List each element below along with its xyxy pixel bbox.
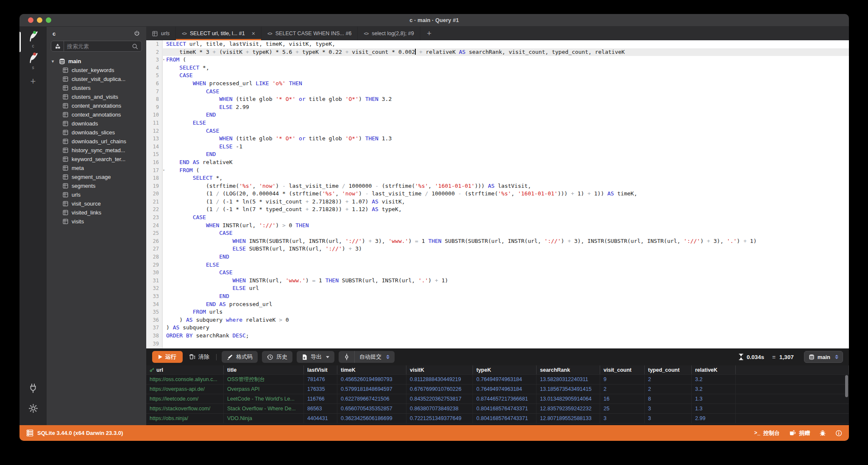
report-bug-button[interactable]: [819, 430, 826, 437]
grid-cell[interactable]: 0.622789667421506: [337, 394, 406, 404]
grid-cell[interactable]: 3.2: [692, 375, 736, 384]
zoom-window-button[interactable]: [46, 17, 51, 23]
connection-item-c[interactable]: c: [28, 31, 39, 48]
column-header-lastVisit[interactable]: lastVisit: [304, 365, 337, 374]
code-line[interactable]: 30 CASE: [146, 269, 849, 277]
grid-scrollbar-thumb[interactable]: [845, 375, 848, 397]
column-header-searchRank[interactable]: searchRank: [537, 365, 600, 374]
grid-cell[interactable]: 25: [600, 404, 645, 413]
sql-editor[interactable]: 1SELECT url, title, lastVisit, timeK, vi…: [146, 40, 849, 348]
column-header-url[interactable]: url: [146, 365, 224, 374]
grid-cell[interactable]: 0.76494974963184: [473, 375, 537, 384]
grid-cell[interactable]: 0.8112888430449219: [406, 375, 473, 384]
run-query-button[interactable]: 运行: [152, 351, 183, 363]
autocommit-select[interactable]: 自动提交: [339, 351, 395, 363]
code-line[interactable]: 17▾ FROM (: [146, 167, 849, 175]
code-line[interactable]: 2 timeK * 3 + (visitK + typeK) * 5.6 + t…: [146, 48, 849, 56]
grid-cell[interactable]: 0.8041685764743371: [473, 404, 537, 413]
tree-database-main[interactable]: ▾ main: [47, 56, 146, 66]
code-line[interactable]: 24 WHEN INSTR(url, '://') > 0 THEN: [146, 222, 849, 230]
grid-cell[interactable]: 176335: [304, 384, 337, 394]
grid-cell[interactable]: 0.76494974963184: [473, 384, 537, 394]
code-line[interactable]: 36 ) AS subquery where relativeK > 0: [146, 316, 849, 324]
sidebar-item-urls[interactable]: urls: [47, 190, 146, 199]
grid-cell[interactable]: https://overpass-api.de/: [146, 384, 224, 394]
sidebar-item-content_annotations[interactable]: content_annotations: [47, 101, 146, 110]
column-header-visitK[interactable]: visitK: [406, 365, 473, 374]
code-line[interactable]: 26 WHEN INSTR(SUBSTR(url, INSTR(url, ':/…: [146, 237, 849, 245]
sidebar-item-visited_links[interactable]: visited_links: [47, 208, 146, 217]
grid-cell[interactable]: 13.185673543491415: [537, 384, 600, 394]
grid-cell[interactable]: 0.7221251349377649: [406, 414, 473, 423]
grid-cell[interactable]: 12.835792359242232: [537, 404, 600, 413]
clear-results-button[interactable]: 清除: [187, 351, 211, 363]
code-line[interactable]: 7 CASE: [146, 88, 849, 96]
grid-cell[interactable]: 0.863807073849238: [406, 404, 473, 413]
code-line[interactable]: 20 (1 / (LOG(20, 0.000044 * (strftime('%…: [146, 190, 849, 198]
grid-cell[interactable]: VDO.Ninja: [224, 414, 304, 423]
tab-query-1[interactable]: <> SELECT url, title, l... #1 ×: [176, 27, 262, 40]
code-line[interactable]: 23 CASE: [146, 214, 849, 222]
grid-cell[interactable]: 0.8744657217366681: [473, 394, 537, 404]
grid-cell[interactable]: OSS管理控制台: [224, 375, 304, 384]
search-input[interactable]: [64, 43, 132, 50]
grid-cell[interactable]: 4404431: [304, 414, 337, 423]
grid-cell[interactable]: 0.8041685764743371: [473, 414, 537, 423]
code-line[interactable]: 25 CASE: [146, 229, 849, 237]
grid-cell[interactable]: 2: [645, 384, 692, 394]
connections-plug-icon[interactable]: [28, 383, 38, 393]
settings-gear-icon[interactable]: [28, 404, 38, 413]
grid-cell[interactable]: 12.807189552588133: [537, 414, 600, 423]
code-line[interactable]: 18 SELECT *,: [146, 174, 849, 182]
column-header-visit_count[interactable]: visit_count: [600, 365, 645, 374]
new-tab-button[interactable]: +: [420, 27, 438, 40]
code-line[interactable]: 21 (1 / (-1 * ln(5 * visit_count + 2.718…: [146, 198, 849, 206]
sidebar-item-clusters[interactable]: clusters: [47, 84, 146, 92]
grid-cell[interactable]: https://leetcode.com/: [146, 394, 224, 404]
about-info-button[interactable]: [835, 430, 842, 437]
code-line[interactable]: 16 END AS relativeK: [146, 159, 849, 167]
code-line[interactable]: 4 SELECT *,: [146, 64, 849, 72]
grid-cell[interactable]: 3: [645, 414, 692, 423]
console-button[interactable]: >_ 控制台: [754, 429, 780, 437]
minimize-window-button[interactable]: [37, 17, 42, 23]
database-select[interactable]: main: [804, 351, 843, 363]
tab-query-6[interactable]: <> SELECT CASE WHEN INS... #6: [262, 27, 358, 40]
code-line[interactable]: 1SELECT url, title, lastVisit, timeK, vi…: [146, 40, 849, 48]
sidebar-item-cluster_keywords[interactable]: cluster_keywords: [47, 66, 146, 75]
grid-cell[interactable]: 2.99: [692, 414, 736, 423]
fold-marker-icon[interactable]: ▾: [163, 167, 165, 175]
code-line[interactable]: 32 ELSE url: [146, 284, 849, 292]
sidebar-item-meta[interactable]: meta: [47, 164, 146, 173]
grid-cell[interactable]: 3: [600, 414, 645, 423]
grid-cell[interactable]: 8: [645, 394, 692, 404]
close-window-button[interactable]: [28, 17, 33, 23]
code-line[interactable]: 38ORDER BY searchRank DESC;: [146, 332, 849, 340]
sidebar-item-keyword_search_ter[interactable]: keyword_search_ter...: [47, 155, 146, 164]
grid-cell[interactable]: 0.6560705435352857: [337, 404, 406, 413]
code-line[interactable]: 37) AS subquery: [146, 324, 849, 332]
column-header-relativeK[interactable]: relativeK: [692, 365, 736, 374]
sidebar-item-downloads_slices[interactable]: downloads_slices: [47, 128, 146, 137]
grid-cell[interactable]: https://obs.ninja/: [146, 414, 224, 423]
sidebar-item-clusters_and_visits[interactable]: clusters_and_visits: [47, 92, 146, 101]
code-line[interactable]: 14 ELSE -1: [146, 143, 849, 151]
code-line[interactable]: 31 WHEN INSTR(url, 'www.') = 1 THEN SUBS…: [146, 277, 849, 285]
grid-cell[interactable]: 0.8435220362753817: [406, 394, 473, 404]
grid-cell[interactable]: 0.5799181848694597: [337, 384, 406, 394]
grid-cell[interactable]: https://stackoverflow.com/: [146, 404, 224, 413]
grid-cell[interactable]: 0.6767699010760226: [406, 384, 473, 394]
disconnect-power-icon[interactable]: [134, 30, 140, 37]
code-line[interactable]: 6 WHEN processed_url LIKE 'o%' THEN: [146, 80, 849, 88]
grid-cell[interactable]: 16: [600, 394, 645, 404]
code-line[interactable]: 10 END: [146, 111, 849, 119]
code-line[interactable]: 22 (1 / (-1 * ln(7 * typed_count + 2.718…: [146, 206, 849, 214]
code-line[interactable]: 5 CASE: [146, 72, 849, 80]
code-line[interactable]: 28 END: [146, 253, 849, 261]
code-line[interactable]: 29 ELSE: [146, 261, 849, 269]
grid-cell[interactable]: 86563: [304, 404, 337, 413]
sidebar-item-history_sync_metad[interactable]: history_sync_metad...: [47, 146, 146, 155]
grid-cell[interactable]: Stack Overflow - Where De...: [224, 404, 304, 413]
sidebar-item-cluster_visit_duplica[interactable]: cluster_visit_duplica...: [47, 75, 146, 84]
sidebar-item-context_annotations[interactable]: context_annotations: [47, 110, 146, 119]
